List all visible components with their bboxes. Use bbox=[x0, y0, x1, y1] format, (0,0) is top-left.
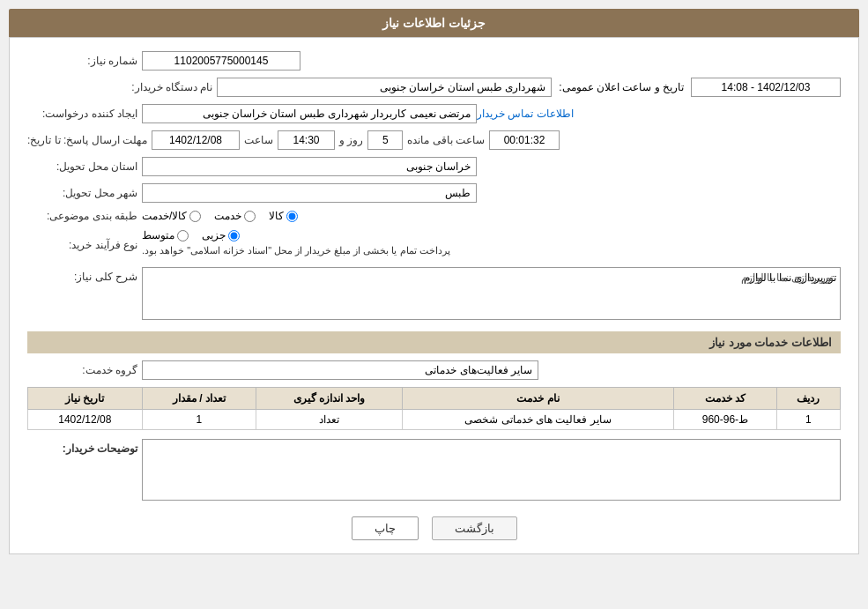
remaining-label: ساعت باقی مانده bbox=[407, 134, 485, 146]
category-option-kala-label: کالا bbox=[269, 210, 284, 222]
delivery-province-value: خراسان جنوبی bbox=[142, 157, 477, 176]
cell-service-name: سایر فعالیت های خدماتی شخصی bbox=[402, 410, 673, 430]
services-table-container: ردیف کد خدمت نام خدمت واحد اندازه گیری ت… bbox=[27, 387, 841, 430]
need-description-container: تورپردازی نما با لوازم bbox=[142, 267, 841, 323]
requester-row: ایجاد کننده درخواست: مرتضی نعیمی کاربردا… bbox=[27, 104, 841, 123]
purchase-type-متوسط[interactable]: متوسط bbox=[142, 229, 189, 241]
buyer-org-row: نام دستگاه خریدار: شهرداری طبس استان خرا… bbox=[27, 78, 841, 97]
print-button[interactable]: چاپ bbox=[352, 516, 419, 540]
cell-quantity: 1 bbox=[142, 410, 256, 430]
services-section-header: اطلاعات خدمات مورد نیاز bbox=[27, 331, 841, 353]
response-days-value: 5 bbox=[367, 130, 403, 150]
service-group-value: سایر فعالیت‌های خدماتی bbox=[142, 360, 538, 380]
requester-label: ایجاد کننده درخواست: bbox=[27, 108, 142, 120]
page-container: جزئیات اطلاعات نیاز شماره نیاز: 11020057… bbox=[0, 0, 868, 609]
col-header-service-name: نام خدمت bbox=[402, 388, 673, 410]
need-description-label: شرح کلی نیاز: bbox=[27, 267, 142, 283]
services-table-header-row: ردیف کد خدمت نام خدمت واحد اندازه گیری ت… bbox=[28, 388, 841, 410]
category-option-kala-khedmat[interactable]: کالا/خدمت bbox=[142, 210, 201, 222]
response-date-value: 1402/12/08 bbox=[152, 130, 240, 150]
response-time-value: 14:30 bbox=[278, 130, 335, 150]
category-radio-group: کالا/خدمت خدمت کالا bbox=[142, 210, 298, 222]
purchase-type-radio-group: متوسط جزیی bbox=[142, 229, 240, 241]
services-table-body: 1 ط-96-960 سایر فعالیت های خدماتی شخصی ت… bbox=[28, 410, 841, 430]
services-table: ردیف کد خدمت نام خدمت واحد اندازه گیری ت… bbox=[27, 387, 841, 430]
buyer-notes-container bbox=[142, 439, 841, 503]
category-option-khedmat-label: خدمت bbox=[214, 210, 241, 222]
col-header-date: تاریخ نیاز bbox=[28, 388, 143, 410]
category-radio-kala-khedmat[interactable] bbox=[189, 211, 201, 222]
response-deadline-row: مهلت ارسال پاسخ: تا تاریخ: 1402/12/08 سا… bbox=[27, 130, 841, 150]
need-description-row: شرح کلی نیاز: تورپردازی نما با لوازم bbox=[27, 267, 841, 323]
buyer-notes-row: توضیحات خریدار: bbox=[27, 439, 841, 503]
delivery-province-label: استان محل تحویل: bbox=[27, 160, 142, 173]
delivery-city-row: شهر محل تحویل: طبس bbox=[27, 183, 841, 203]
category-option-kala-khedmat-label: کالا/خدمت bbox=[142, 210, 187, 222]
col-header-row-num: ردیف bbox=[776, 388, 840, 410]
back-button[interactable]: بازگشت bbox=[432, 516, 517, 540]
cell-row-num: 1 bbox=[776, 410, 840, 430]
purchase-note: پرداخت تمام یا بخشی از مبلغ خریدار از مح… bbox=[142, 245, 450, 256]
purchase-type-radio-جزیی[interactable] bbox=[228, 230, 240, 241]
delivery-city-value: طبس bbox=[142, 183, 477, 203]
purchase-type-جزیی[interactable]: جزیی bbox=[202, 229, 240, 241]
requester-value: مرتضی نعیمی کاربردار شهرداری طبس استان خ… bbox=[142, 104, 477, 123]
response-days-label: روز و bbox=[339, 134, 363, 146]
category-option-kala[interactable]: کالا bbox=[269, 210, 298, 222]
response-time-label: ساعت bbox=[244, 134, 273, 146]
delivery-province-row: استان محل تحویل: خراسان جنوبی bbox=[27, 157, 841, 176]
category-radio-khedmat[interactable] bbox=[244, 211, 256, 222]
announce-label: تاریخ و ساعت اعلان عمومی: bbox=[559, 81, 684, 93]
purchase-type-label: نوع فرآیند خرید: bbox=[27, 239, 142, 251]
services-table-head: ردیف کد خدمت نام خدمت واحد اندازه گیری ت… bbox=[28, 388, 841, 410]
page-title: جزئیات اطلاعات نیاز bbox=[9, 9, 859, 37]
need-description-textarea[interactable] bbox=[142, 267, 841, 320]
need-number-row: شماره نیاز: 1102005775000145 bbox=[27, 51, 841, 71]
delivery-city-label: شهر محل تحویل: bbox=[27, 187, 142, 199]
announce-datetime-value: 1402/12/03 - 14:08 bbox=[691, 78, 841, 97]
need-number-value: 1102005775000145 bbox=[142, 51, 300, 71]
col-header-quantity: تعداد / مقدار bbox=[142, 388, 256, 410]
col-header-service-code: کد خدمت bbox=[674, 388, 777, 410]
buttons-row: بازگشت چاپ bbox=[27, 516, 841, 540]
cell-unit: تعداد bbox=[256, 410, 403, 430]
need-number-label: شماره نیاز: bbox=[27, 55, 142, 67]
purchase-type-label-متوسط: متوسط bbox=[142, 229, 174, 241]
category-option-khedmat[interactable]: خدمت bbox=[214, 210, 256, 222]
service-group-label: گروه خدمت: bbox=[27, 364, 142, 376]
buyer-notes-label: توضیحات خریدار: bbox=[27, 439, 142, 455]
col-header-unit: واحد اندازه گیری bbox=[256, 388, 403, 410]
contact-link[interactable]: اطلاعات تماس خریدار bbox=[477, 108, 574, 120]
buyer-org-value: شهرداری طبس استان خراسان جنوبی bbox=[217, 78, 552, 97]
table-row: 1 ط-96-960 سایر فعالیت های خدماتی شخصی ت… bbox=[28, 410, 841, 430]
cell-date: 1402/12/08 bbox=[28, 410, 143, 430]
purchase-type-row: نوع فرآیند خرید: متوسط جزیی پرداخت تمام … bbox=[27, 229, 841, 260]
service-group-row: گروه خدمت: سایر فعالیت‌های خدماتی bbox=[27, 360, 841, 380]
cell-service-code: ط-96-960 bbox=[674, 410, 777, 430]
buyer-notes-textarea[interactable] bbox=[142, 439, 841, 501]
category-label: طبقه بندی موضوعی: bbox=[27, 210, 142, 222]
response-deadline-label: مهلت ارسال پاسخ: تا تاریخ: bbox=[27, 134, 152, 146]
purchase-type-label-جزیی: جزیی bbox=[202, 229, 226, 241]
purchase-type-radio-متوسط[interactable] bbox=[177, 230, 189, 241]
category-radio-kala[interactable] bbox=[286, 211, 298, 222]
category-row: طبقه بندی موضوعی: کالا/خدمت خدمت کالا bbox=[27, 210, 841, 222]
remaining-time-value: 00:01:32 bbox=[489, 130, 560, 150]
main-card: شماره نیاز: 1102005775000145 نام دستگاه … bbox=[9, 37, 859, 554]
buyer-org-label: نام دستگاه خریدار: bbox=[102, 81, 217, 93]
